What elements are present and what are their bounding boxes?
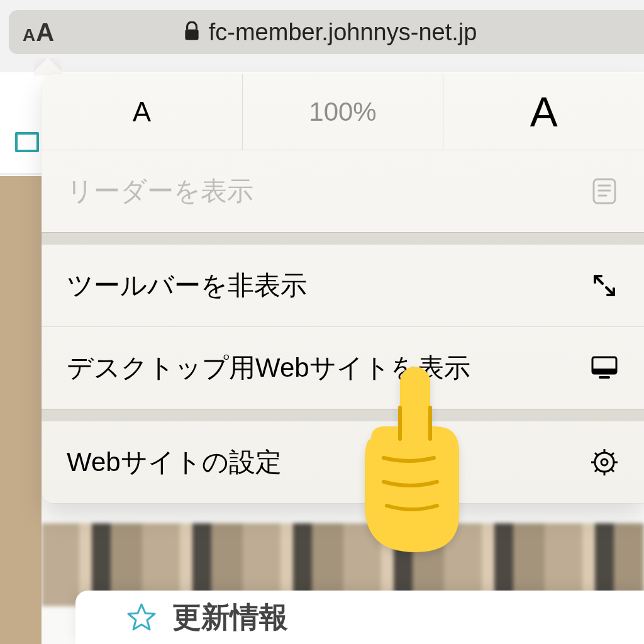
left-beige-band <box>0 176 42 644</box>
popover-arrow <box>34 58 62 75</box>
address-text[interactable]: fc-member.johnnys-net.jp <box>54 19 644 46</box>
reader-icon <box>590 177 619 206</box>
bookmark-outline-icon <box>15 132 39 152</box>
svg-line-19 <box>595 469 598 472</box>
small-a-icon: A <box>23 25 35 45</box>
expand-arrows-icon <box>590 271 619 300</box>
hide-toolbar-label: ツールバーを非表示 <box>67 268 307 303</box>
text-size-aa-icon[interactable]: A A <box>23 18 54 47</box>
show-reader-row: リーダーを表示 <box>42 150 644 232</box>
domain-text: fc-member.johnnys-net.jp <box>209 19 477 46</box>
zoom-out-a-icon: A <box>133 96 151 128</box>
zoom-percent-text: 100% <box>309 97 376 127</box>
website-settings-label: Webサイトの設定 <box>67 445 282 480</box>
gear-icon <box>590 448 619 477</box>
svg-rect-9 <box>599 376 610 379</box>
lock-icon <box>184 21 200 43</box>
svg-point-11 <box>601 459 608 465</box>
zoom-in-button[interactable]: A <box>443 74 644 150</box>
big-a-icon: A <box>36 18 54 47</box>
svg-line-16 <box>595 453 598 456</box>
zoom-row: A 100% A <box>42 74 644 150</box>
svg-line-18 <box>611 453 614 456</box>
desktop-monitor-icon <box>590 353 619 382</box>
zoom-out-button[interactable]: A <box>42 74 243 150</box>
page-settings-popover: A 100% A リーダーを表示 ツールバーを <box>42 74 644 503</box>
address-bar[interactable]: A A fc-member.johnnys-net.jp <box>9 10 644 54</box>
website-settings-row[interactable]: Webサイトの設定 <box>42 421 644 503</box>
request-desktop-label: デスクトップ用Webサイトを表示 <box>67 350 470 386</box>
zoom-level-display[interactable]: 100% <box>243 74 444 150</box>
hide-toolbar-row[interactable]: ツールバーを非表示 <box>42 244 644 326</box>
star-outline-icon <box>126 602 157 633</box>
section-separator <box>42 232 644 244</box>
section-separator-2 <box>42 409 644 421</box>
request-desktop-row[interactable]: デスクトップ用Webサイトを表示 <box>42 326 644 409</box>
svg-rect-0 <box>185 30 198 40</box>
show-reader-label: リーダーを表示 <box>67 174 253 209</box>
svg-line-17 <box>611 469 614 472</box>
updates-card-label: 更新情報 <box>172 598 288 637</box>
svg-rect-8 <box>592 369 616 374</box>
zoom-in-a-icon: A <box>530 88 558 136</box>
updates-card[interactable]: 更新情報 <box>75 591 644 644</box>
